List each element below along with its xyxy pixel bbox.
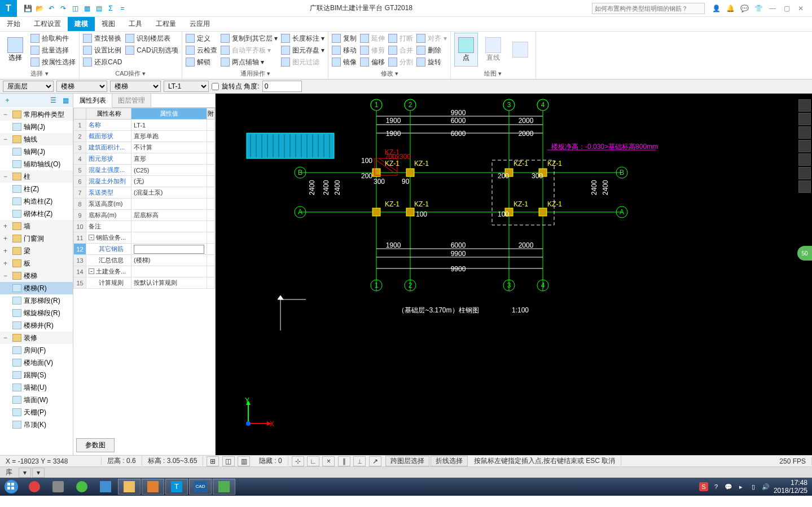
taskbar-app-4[interactable] xyxy=(94,479,117,495)
tree-item[interactable]: 柱(Z) xyxy=(0,183,73,195)
select-button[interactable]: 选择 xyxy=(3,33,27,67)
status-snap-6[interactable]: ↗ xyxy=(369,456,381,466)
help-search-input[interactable] xyxy=(592,3,705,14)
menu-tab-0[interactable]: 开始 xyxy=(0,17,27,31)
start-button[interactable] xyxy=(0,478,23,496)
menu-tab-1[interactable]: 工程设置 xyxy=(27,17,68,31)
tab-layer-manage[interactable]: 图层管理 xyxy=(112,94,151,107)
tree-grid-icon[interactable]: ▦ xyxy=(60,95,71,105)
tree-add-icon[interactable]: + xyxy=(2,95,12,105)
tree-group[interactable]: −轴线 xyxy=(0,133,73,146)
tree-group[interactable]: −柱 xyxy=(0,170,73,183)
tray-input-icon[interactable]: S xyxy=(699,482,708,491)
qat-redo-icon[interactable]: ↷ xyxy=(58,3,68,14)
property-row[interactable]: 4图元形状直形 xyxy=(74,153,215,165)
qat-save-icon[interactable]: 💾 xyxy=(23,3,33,14)
tree-item[interactable]: 辅助轴线(O) xyxy=(0,158,73,170)
identify-floor-table-button[interactable]: 识别楼层表 xyxy=(125,33,178,44)
category1-select[interactable]: 楼梯 xyxy=(56,81,107,92)
property-row[interactable]: 1名称LT-1 xyxy=(74,120,215,131)
user-icon[interactable]: 👤 xyxy=(710,5,722,12)
menu-tab-4[interactable]: 工具 xyxy=(122,17,149,31)
view-tool-7[interactable] xyxy=(798,180,811,193)
status2-btn-1[interactable]: ▾ xyxy=(19,468,31,478)
tree-item[interactable]: 房间(F) xyxy=(0,344,73,356)
move-button[interactable]: 移动 xyxy=(332,45,357,56)
copy-button[interactable]: 复制 xyxy=(332,33,357,44)
point-button[interactable]: 点 xyxy=(454,33,478,67)
tray-network-icon[interactable]: ▯ xyxy=(749,482,758,491)
tree-list-icon[interactable]: ☰ xyxy=(49,95,59,105)
menu-tab-2[interactable]: 建模 xyxy=(68,17,95,31)
taskbar-app-cad[interactable]: CAD xyxy=(189,479,212,495)
rotate-angle-input[interactable] xyxy=(262,81,302,92)
cross-layer-select-button[interactable]: 跨图层选择 xyxy=(385,456,429,466)
shirt-icon[interactable]: 👕 xyxy=(753,5,764,12)
status-snap-5[interactable]: ⟂ xyxy=(353,456,366,466)
property-row[interactable]: 2截面形状直形单跑 xyxy=(74,131,215,142)
unlock-button[interactable]: 解锁 xyxy=(186,56,217,68)
view-tool-2[interactable] xyxy=(798,113,811,125)
status-snap-2[interactable]: ∟ xyxy=(307,456,319,466)
tree-item[interactable]: 轴网(J) xyxy=(0,121,73,133)
tree-item[interactable]: 墙裙(U) xyxy=(0,381,73,394)
tree-item[interactable]: 直形梯段(R) xyxy=(0,294,73,307)
qat-copy-icon[interactable]: ◫ xyxy=(70,3,80,14)
property-row[interactable]: 13汇总信息(楼梯) xyxy=(74,255,215,266)
tree-item[interactable]: 楼梯井(R) xyxy=(0,319,73,332)
status-snap-1[interactable]: ⊹ xyxy=(292,456,304,466)
tree-item[interactable]: 踢脚(S) xyxy=(0,369,73,381)
cloud-check-button[interactable]: 云检查 xyxy=(186,45,217,56)
ribbon-group-draw-label[interactable]: 绘图 ▾ xyxy=(454,68,532,78)
taskbar-app-1[interactable] xyxy=(23,479,46,495)
property-row[interactable]: 7泵送类型(混凝土泵) xyxy=(74,187,215,199)
tree-group[interactable]: +门窗洞 xyxy=(0,232,73,245)
tree-item[interactable]: 楼梯(R) xyxy=(0,282,73,294)
property-row[interactable]: 12其它钢筋 xyxy=(74,244,215,255)
restore-cad-button[interactable]: 还原CAD xyxy=(83,56,122,68)
qat-open-icon[interactable]: 📂 xyxy=(34,3,45,14)
property-row[interactable]: 15计算规则按默认计算规则 xyxy=(74,277,215,289)
tree-item[interactable]: 天棚(P) xyxy=(0,406,73,418)
taskbar-app-2[interactable] xyxy=(47,479,69,495)
copy-to-floor-button[interactable]: 复制到其它层 ▾ xyxy=(221,33,278,44)
view-tool-1[interactable] xyxy=(798,99,811,112)
rotate-checkbox[interactable] xyxy=(212,83,219,90)
status-btn-1[interactable]: ⊞ xyxy=(207,456,219,466)
maximize-button[interactable]: ▢ xyxy=(781,5,792,12)
category2-select[interactable]: 楼梯 xyxy=(110,81,161,92)
status-snap-4[interactable]: ∥ xyxy=(338,456,350,466)
property-row[interactable]: 3建筑面积计...不计算 xyxy=(74,142,215,153)
menu-tab-5[interactable]: 工程量 xyxy=(149,17,183,31)
chat-icon[interactable]: 💬 xyxy=(739,5,750,12)
delete-button[interactable]: 删除 xyxy=(416,45,446,56)
cad-identify-options-button[interactable]: CAD识别选项 xyxy=(125,45,178,56)
rotate-button[interactable]: 旋转 xyxy=(416,56,446,68)
tray-volume-icon[interactable]: 🔊 xyxy=(761,482,770,491)
property-row[interactable]: 5混凝土强度...(C25) xyxy=(74,165,215,176)
view-tool-3[interactable] xyxy=(798,126,811,139)
tree-item[interactable]: 砌体柱(Z) xyxy=(0,208,73,220)
taskbar-app-gtj[interactable]: T xyxy=(165,479,188,495)
property-row[interactable]: 6混凝土外加剂(无) xyxy=(74,176,215,187)
taskbar-clock[interactable]: 17:482018/12/25 xyxy=(774,479,807,495)
qat-undo-icon[interactable]: ↶ xyxy=(46,3,56,14)
tree-group[interactable]: +板 xyxy=(0,257,73,270)
property-row[interactable]: 8泵送高度(m) xyxy=(74,199,215,210)
drawing-canvas[interactable]: 12 34 9900 1900 6000 2000 1900 6000 2000 xyxy=(216,94,812,455)
taskbar-app-3[interactable] xyxy=(71,479,93,495)
tree-item[interactable]: 楼地面(V) xyxy=(0,356,73,369)
param-diagram-button[interactable]: 参数图 xyxy=(76,438,115,452)
ribbon-group-cad-label[interactable]: CAD操作 ▾ xyxy=(83,68,178,78)
qat-sum-icon[interactable]: Σ xyxy=(106,3,116,14)
tree-item[interactable]: 螺旋梯段(R) xyxy=(0,307,73,319)
length-dimension-button[interactable]: 长度标注 ▾ xyxy=(281,33,324,44)
notify-icon[interactable]: 🔔 xyxy=(725,5,736,12)
tree-group[interactable]: −楼梯 xyxy=(0,270,73,282)
minimize-button[interactable]: — xyxy=(767,5,778,12)
taskbar-app-5[interactable] xyxy=(118,479,141,495)
tree-item[interactable]: 吊顶(K) xyxy=(0,418,73,431)
property-row[interactable]: 14-土建业务... xyxy=(74,266,215,277)
taskbar-app-chart[interactable] xyxy=(213,479,235,495)
tree-group[interactable]: +墙 xyxy=(0,220,73,232)
